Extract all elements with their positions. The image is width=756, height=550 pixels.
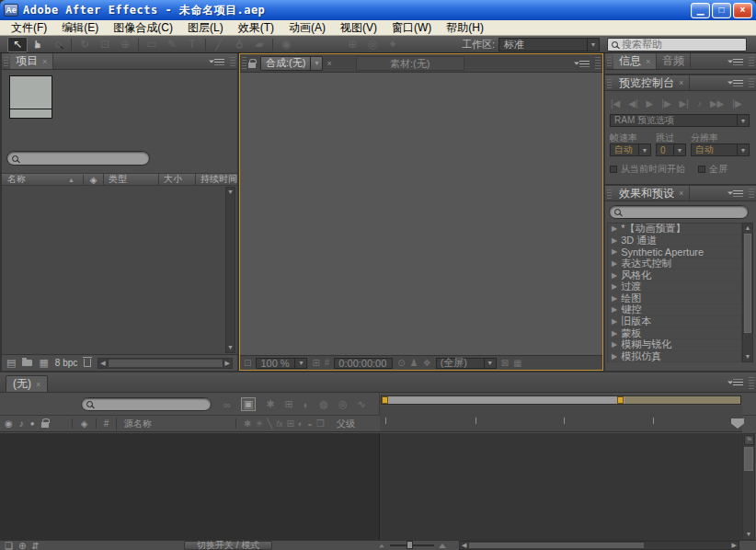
chevron-down-icon[interactable]: ▼ bbox=[310, 57, 322, 70]
panel-grip[interactable] bbox=[749, 375, 754, 389]
panel-menu-icon[interactable] bbox=[733, 58, 743, 64]
column-size[interactable]: 大小 bbox=[158, 173, 195, 186]
close-tab-icon[interactable]: × bbox=[679, 78, 683, 87]
scroll-up-icon[interactable]: ▲ bbox=[743, 223, 752, 233]
motion-blur-icon[interactable]: ◐ bbox=[298, 418, 304, 429]
expand-transfer-icon[interactable]: ⊕ bbox=[18, 541, 26, 550]
skip-dropdown[interactable]: 0 ▼ bbox=[656, 143, 686, 156]
panel-grip[interactable] bbox=[607, 188, 612, 198]
panel-grip[interactable] bbox=[595, 57, 601, 69]
ram-preview-options-dropdown[interactable]: RAM 预览选项 ▼ bbox=[610, 114, 750, 127]
timeline-horizontal-scrollbar[interactable]: ◀ ▶ bbox=[459, 541, 739, 550]
scroll-left-icon[interactable]: ◀ bbox=[100, 360, 105, 367]
label-column-icon[interactable]: ◈ bbox=[72, 418, 96, 429]
menu-edit[interactable]: 编辑(E) bbox=[54, 20, 106, 35]
brainstorm-icon[interactable]: ◍ bbox=[319, 398, 328, 410]
project-horizontal-scrollbar[interactable]: ◀ ▶ bbox=[97, 358, 233, 369]
panel-grip[interactable] bbox=[607, 56, 612, 67]
resolution-dropdown[interactable]: (全屏) ▼ bbox=[436, 358, 497, 369]
3d-layer-icon[interactable]: ❒ bbox=[316, 418, 325, 429]
project-search-input[interactable] bbox=[22, 153, 144, 164]
close-tab-icon[interactable]: × bbox=[36, 380, 40, 389]
menu-effect[interactable]: 效果(T) bbox=[231, 20, 281, 35]
hide-shy-layers-icon[interactable]: ✱ bbox=[266, 398, 274, 410]
menu-composition[interactable]: 图像合成(C) bbox=[106, 20, 180, 35]
quality-icon[interactable]: ╲ bbox=[267, 418, 272, 429]
draft-3d-icon[interactable]: ▣ bbox=[241, 397, 256, 411]
title-bar[interactable]: Ae Adobe After Effects - 未命名项目.aep ▁ □ × bbox=[0, 0, 756, 20]
transparency-grid-icon[interactable]: ▦ bbox=[513, 358, 521, 368]
scroll-down-icon[interactable]: ▼ bbox=[226, 343, 235, 352]
collapse-icon[interactable]: ☀ bbox=[255, 418, 263, 429]
tab-timeline[interactable]: (无) × bbox=[6, 375, 48, 392]
preview-resolution-dropdown[interactable]: 自动 ▼ bbox=[691, 143, 750, 156]
close-tab-icon[interactable]: × bbox=[646, 57, 650, 66]
scroll-left-icon[interactable]: ◀ bbox=[462, 542, 466, 549]
eye-icon[interactable]: ◉ bbox=[5, 418, 13, 429]
audio-icon[interactable]: ♪ bbox=[19, 418, 24, 429]
type-tool[interactable]: T bbox=[182, 37, 202, 52]
help-search-box[interactable] bbox=[607, 38, 747, 52]
brush-tool[interactable]: ╱ bbox=[209, 37, 229, 52]
from-current-time-checkbox[interactable] bbox=[610, 166, 617, 173]
ram-preview-button[interactable]: ▶▶ bbox=[710, 98, 724, 109]
tab-footage[interactable]: 素材:(无) bbox=[356, 56, 464, 71]
help-search-input[interactable] bbox=[622, 39, 742, 50]
close-button[interactable]: × bbox=[733, 3, 752, 18]
rotation-tool[interactable]: ↻ bbox=[74, 37, 95, 52]
menu-file[interactable]: 文件(F) bbox=[4, 20, 54, 35]
track-area[interactable] bbox=[380, 433, 742, 540]
close-tab-icon[interactable]: × bbox=[42, 57, 47, 66]
panel-grip[interactable] bbox=[749, 78, 754, 87]
close-tab-icon[interactable]: × bbox=[326, 59, 331, 68]
axis-view-icon[interactable]: ✦ bbox=[383, 37, 403, 52]
graph-editor-icon[interactable]: ∿ bbox=[358, 398, 366, 410]
roi-icon[interactable]: ⊠ bbox=[501, 358, 509, 368]
next-frame-button[interactable]: |▶ bbox=[661, 98, 670, 109]
parent-column[interactable]: 父级 bbox=[335, 418, 355, 430]
scroll-up-icon[interactable]: ▼ bbox=[226, 188, 235, 197]
menu-animation[interactable]: 动画(A) bbox=[281, 20, 333, 35]
scrollbar-thumb[interactable] bbox=[744, 234, 751, 333]
mask-shape-tool[interactable]: ▭ bbox=[142, 37, 162, 52]
axis-world-icon[interactable]: ◎ bbox=[362, 37, 383, 52]
toggle-switches-modes-button[interactable]: 切换开关 / 模式 bbox=[184, 541, 272, 550]
frame-rate-dropdown[interactable]: 自动 ▼ bbox=[610, 143, 651, 156]
timeline-search-input[interactable] bbox=[97, 399, 206, 410]
expand-inout-icon[interactable]: ⇵ bbox=[31, 541, 39, 550]
panel-grip[interactable] bbox=[242, 57, 246, 69]
axis-local-icon[interactable]: ⊕ bbox=[342, 37, 362, 52]
effects-vertical-scrollbar[interactable]: ▲ ▼ bbox=[742, 223, 753, 362]
zoom-slider[interactable] bbox=[390, 544, 434, 546]
timecode-display[interactable]: 0:00:00:00 bbox=[334, 358, 393, 369]
menu-help[interactable]: 帮助(H) bbox=[439, 20, 491, 35]
work-area-bar[interactable] bbox=[381, 395, 741, 405]
bit-depth-button[interactable]: 8 bpc bbox=[55, 358, 77, 368]
scrollbar-thumb[interactable] bbox=[108, 360, 223, 367]
tab-audio[interactable]: 音频 bbox=[657, 53, 691, 69]
sort-ascending-icon[interactable]: ▲ bbox=[68, 177, 83, 183]
tab-project[interactable]: 项目 × bbox=[10, 53, 53, 69]
timeline-search-box[interactable] bbox=[81, 397, 212, 411]
lock-icon[interactable] bbox=[248, 63, 256, 68]
show-snapshot-icon[interactable]: ♟ bbox=[410, 358, 418, 368]
effects-category-simulation[interactable]: ▶模拟仿真 bbox=[608, 351, 741, 363]
camera-tool[interactable]: ⊡ bbox=[95, 37, 115, 52]
work-area-end-handle[interactable] bbox=[617, 396, 624, 404]
scroll-right-icon[interactable]: ▶ bbox=[732, 542, 737, 549]
tab-info[interactable]: 信息 × bbox=[613, 53, 657, 69]
panel-menu-icon[interactable] bbox=[733, 80, 743, 86]
delete-icon[interactable] bbox=[84, 359, 91, 367]
first-frame-button[interactable]: |◀ bbox=[611, 98, 620, 109]
menu-view[interactable]: 视图(V) bbox=[333, 20, 384, 35]
loop-button[interactable]: |▶ bbox=[732, 98, 741, 109]
effects-category-3d-channel[interactable]: ▶3D 通道 bbox=[608, 235, 741, 247]
last-frame-button[interactable]: ▶| bbox=[680, 98, 689, 109]
scroll-down-icon[interactable]: ▼ bbox=[743, 530, 754, 539]
panel-menu-icon[interactable] bbox=[733, 380, 743, 386]
solo-icon[interactable]: ● bbox=[30, 419, 35, 428]
workspace-dropdown[interactable]: 标准 ▼ bbox=[498, 38, 600, 52]
frame-blend-icon[interactable]: ⊞ bbox=[286, 418, 293, 429]
panel-grip[interactable] bbox=[607, 77, 612, 87]
safe-margins-icon[interactable]: # bbox=[325, 358, 330, 368]
